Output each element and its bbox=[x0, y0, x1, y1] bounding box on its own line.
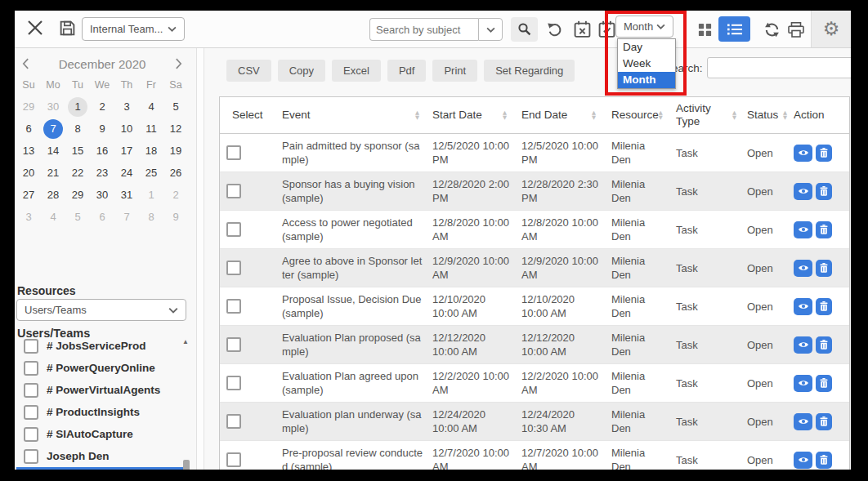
view-option-week[interactable]: Week bbox=[618, 56, 675, 72]
calendar-day[interactable]: 23 bbox=[90, 162, 114, 184]
sort-icon[interactable]: ▲▼ bbox=[783, 110, 787, 120]
delete-event-button[interactable] bbox=[816, 413, 832, 430]
column-header-status[interactable]: Status▲▼ bbox=[741, 97, 792, 133]
calendar-day[interactable]: 30 bbox=[90, 184, 114, 206]
column-header-activity-type[interactable]: Activity Type▲▼ bbox=[669, 97, 741, 133]
calendar-day[interactable]: 31 bbox=[114, 184, 139, 206]
checkbox[interactable] bbox=[24, 427, 38, 442]
list-item[interactable]: # ProductInsights bbox=[16, 401, 183, 423]
delete-event-button[interactable] bbox=[816, 183, 832, 200]
calendar-day[interactable]: 24 bbox=[114, 162, 139, 184]
calendar-day[interactable]: 4 bbox=[41, 206, 65, 228]
calendar-day[interactable]: 3 bbox=[114, 96, 139, 118]
calendar-day[interactable]: 6 bbox=[16, 118, 41, 140]
row-checkbox[interactable] bbox=[226, 452, 241, 467]
column-header-start-date[interactable]: Start Date▲▼ bbox=[424, 97, 518, 133]
cancel-event-button[interactable] bbox=[572, 19, 592, 40]
calendar-day[interactable]: 2 bbox=[163, 184, 188, 206]
calendar-day[interactable]: 1 bbox=[65, 96, 90, 118]
team-select[interactable]: Internal Team... bbox=[82, 17, 185, 41]
sort-icon[interactable]: ▲▼ bbox=[659, 110, 663, 120]
calendar-day[interactable]: 16 bbox=[90, 140, 114, 162]
view-event-button[interactable] bbox=[794, 183, 812, 200]
list-scrollbar-thumb[interactable] bbox=[183, 460, 190, 470]
calendar-day[interactable]: 5 bbox=[163, 96, 188, 118]
set-regarding-button[interactable]: Set Regarding bbox=[484, 60, 575, 82]
row-checkbox[interactable] bbox=[226, 376, 241, 390]
sort-icon[interactable]: ▲▼ bbox=[415, 110, 419, 120]
save-button[interactable] bbox=[57, 18, 77, 38]
row-checkbox[interactable] bbox=[226, 299, 241, 314]
list-item-selected[interactable]: Kat Den bbox=[16, 467, 183, 470]
list-view-button[interactable] bbox=[718, 16, 750, 42]
calendar-day[interactable]: 29 bbox=[16, 96, 41, 118]
delete-event-button[interactable] bbox=[816, 221, 832, 238]
view-event-button[interactable] bbox=[794, 298, 812, 315]
calendar-day[interactable]: 4 bbox=[139, 96, 163, 118]
table-search-input[interactable] bbox=[707, 57, 851, 78]
calendar-day[interactable]: 28 bbox=[41, 184, 65, 206]
calendar-day[interactable]: 9 bbox=[163, 206, 188, 228]
checkbox[interactable] bbox=[24, 383, 38, 398]
csv-button[interactable]: CSV bbox=[226, 60, 271, 82]
delete-event-button[interactable] bbox=[816, 452, 832, 469]
view-event-button[interactable] bbox=[794, 260, 812, 277]
gear-icon[interactable]: ⚙ bbox=[823, 20, 840, 38]
calendar-day[interactable]: 30 bbox=[41, 96, 65, 118]
calendar-day[interactable]: 5 bbox=[65, 206, 90, 228]
calendar-day[interactable]: 7 bbox=[114, 206, 139, 228]
calendar-day[interactable]: 15 bbox=[65, 140, 90, 162]
scroll-up-arrow[interactable]: ▲ bbox=[182, 338, 189, 345]
checkbox[interactable] bbox=[24, 361, 38, 376]
list-item[interactable]: # PowerVirtualAgents bbox=[16, 379, 183, 401]
row-checkbox[interactable] bbox=[226, 222, 241, 237]
refresh-button[interactable] bbox=[761, 19, 782, 40]
grid-view-button[interactable] bbox=[691, 17, 718, 42]
calendar-day[interactable]: 9 bbox=[90, 118, 114, 140]
calendar-next-button[interactable] bbox=[170, 55, 188, 73]
calendar-day[interactable]: 27 bbox=[16, 184, 41, 206]
sort-icon[interactable]: ▲▼ bbox=[732, 110, 736, 120]
excel-button[interactable]: Excel bbox=[332, 60, 381, 82]
delete-event-button[interactable] bbox=[816, 145, 832, 162]
calendar-day[interactable]: 17 bbox=[114, 140, 139, 162]
calendar-day[interactable]: 1 bbox=[139, 184, 163, 206]
view-event-button[interactable] bbox=[794, 375, 812, 392]
calendar-day[interactable]: 25 bbox=[139, 162, 163, 184]
list-item[interactable]: # PowerQueryOnline bbox=[16, 357, 183, 379]
subject-search-input[interactable] bbox=[369, 18, 478, 41]
calendar-day[interactable]: 2 bbox=[90, 96, 114, 118]
calendar-day[interactable]: 13 bbox=[16, 140, 41, 162]
calendar-day[interactable]: 3 bbox=[16, 206, 41, 228]
view-option-month[interactable]: Month bbox=[618, 72, 675, 88]
calendar-day[interactable]: 21 bbox=[41, 162, 65, 184]
column-header-resource[interactable]: Resource▲▼ bbox=[606, 97, 669, 133]
calendar-day[interactable]: 26 bbox=[163, 162, 188, 184]
pdf-button[interactable]: Pdf bbox=[387, 60, 427, 82]
print-export-button[interactable]: Print bbox=[432, 60, 477, 82]
list-item[interactable]: # JobsServiceProd bbox=[16, 335, 183, 357]
view-event-button[interactable] bbox=[794, 221, 812, 238]
calendar-day[interactable]: 10 bbox=[114, 118, 139, 140]
calendar-day[interactable]: 22 bbox=[65, 162, 90, 184]
view-event-button[interactable] bbox=[794, 336, 812, 354]
calendar-day[interactable]: 12 bbox=[163, 118, 188, 140]
view-option-day[interactable]: Day bbox=[618, 39, 675, 56]
confirm-event-button[interactable] bbox=[597, 19, 616, 40]
resource-type-select[interactable]: Users/Teams bbox=[16, 299, 186, 321]
row-checkbox[interactable] bbox=[226, 261, 241, 275]
calendar-day[interactable]: 29 bbox=[65, 184, 90, 206]
calendar-day-selected[interactable]: 7 bbox=[41, 118, 65, 140]
close-button[interactable] bbox=[26, 19, 44, 37]
row-checkbox[interactable] bbox=[226, 414, 241, 429]
search-button[interactable] bbox=[511, 17, 538, 42]
list-item[interactable]: # SIAutoCapture bbox=[16, 423, 183, 445]
copy-button[interactable]: Copy bbox=[278, 60, 325, 82]
calendar-prev-button[interactable] bbox=[16, 55, 34, 73]
delete-event-button[interactable] bbox=[816, 298, 832, 315]
subject-search-dropdown-button[interactable] bbox=[478, 18, 503, 41]
column-header-event[interactable]: Event▲▼ bbox=[269, 97, 424, 133]
calendar-day[interactable]: 11 bbox=[139, 118, 163, 140]
sort-icon[interactable]: ▲▼ bbox=[503, 110, 507, 120]
calendar-day[interactable]: 8 bbox=[139, 206, 163, 228]
